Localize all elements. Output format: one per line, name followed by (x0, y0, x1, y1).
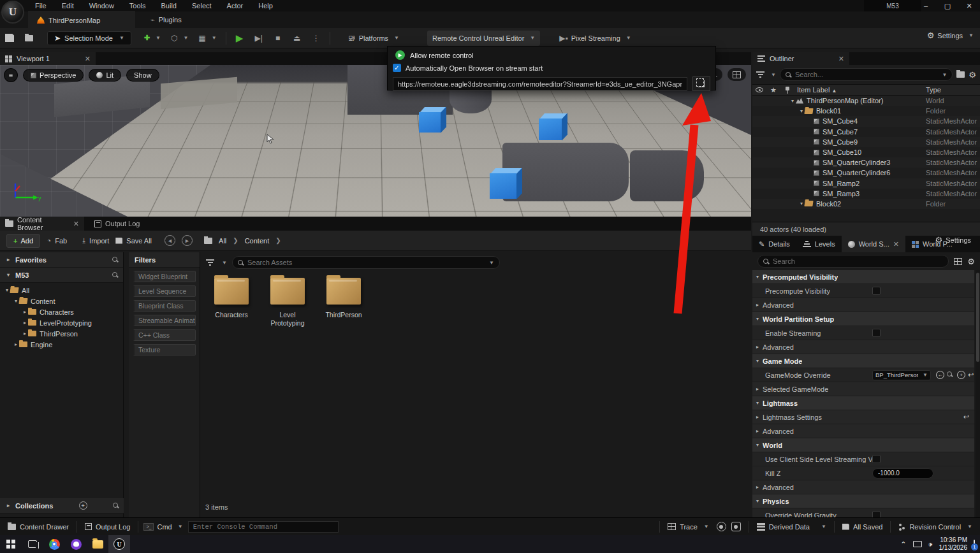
tree-item-all[interactable]: ▾All (0, 285, 123, 296)
expander-icon[interactable]: ▾ (752, 274, 763, 280)
auto-open-browser-row[interactable]: ✓ Automatically Open Browser on stream s… (388, 62, 715, 75)
property-row[interactable]: ▸Advanced (752, 424, 974, 438)
project-header[interactable]: ▾ M53 (0, 268, 123, 283)
property-row[interactable]: ▾World Partition Setup (752, 312, 974, 326)
gamemode-override-dropdown[interactable]: BP_ThirdPersonG▼ (872, 370, 931, 380)
details-settings-icon[interactable]: ⚙ (967, 257, 975, 266)
taskbar-github[interactable] (65, 535, 87, 553)
show-dropdown[interactable]: Show (126, 69, 159, 82)
menu-help[interactable]: Help (251, 1, 280, 11)
outliner-search-input[interactable] (795, 71, 936, 78)
property-row[interactable]: ▾Game Mode (752, 354, 974, 368)
taskbar-unreal[interactable]: U (108, 535, 130, 553)
network-icon[interactable] (913, 541, 922, 547)
outliner-row[interactable]: SM_Ramp3StaticMeshActor (752, 189, 980, 199)
expander-icon[interactable]: ▸ (13, 341, 19, 347)
tree-item-content[interactable]: ▾Content (0, 296, 123, 306)
outliner-row[interactable]: SM_QuarterCylinder6StaticMeshActor (752, 168, 980, 178)
remote-control-dropdown[interactable]: Remote Control Unreal Editor ▼ (427, 31, 540, 46)
asset-search-input[interactable] (247, 259, 483, 266)
outliner-row[interactable]: SM_Ramp2StaticMeshActor (752, 178, 980, 189)
blue-cube-2[interactable] (539, 118, 562, 140)
expander-icon[interactable]: ▸ (5, 503, 11, 508)
copy-url-button[interactable] (692, 76, 710, 91)
outliner-row[interactable]: SM_Cube4StaticMeshActor (752, 116, 980, 126)
selection-mode-dropdown[interactable]: ➤ Selection Mode ▼ (47, 31, 131, 45)
tree-item-characters[interactable]: ▸Characters (0, 306, 123, 317)
type-column[interactable]: Type (926, 86, 941, 94)
tree-item-engine[interactable]: ▸Engine (0, 339, 123, 350)
taskbar-clock[interactable]: 10:36 PM 1/13/2026 (939, 536, 968, 552)
outliner-settings-icon[interactable]: ⚙ (969, 70, 976, 80)
revision-control-dropdown[interactable]: Revision Control ▼ (891, 518, 980, 535)
search-icon[interactable] (113, 503, 119, 508)
breadcrumb-all[interactable]: All (219, 237, 226, 245)
scrollbar-thumb[interactable] (976, 273, 979, 362)
import-button[interactable]: ⤓ Import (82, 236, 109, 245)
tray-expand-icon[interactable]: ⌃ (900, 540, 906, 549)
property-checkbox[interactable] (872, 511, 881, 517)
outliner-row[interactable]: ▾ThirdPersonMap (Editor)World (752, 96, 980, 106)
minimize-button[interactable]: – (915, 0, 937, 11)
expander-icon[interactable]: ▾ (752, 498, 763, 504)
chevron-down-icon[interactable]: ▼ (222, 260, 227, 266)
expander-icon[interactable]: ▸ (22, 320, 28, 326)
favorites-header[interactable]: ▸ Favorites (0, 252, 123, 268)
notification-center-button[interactable]: 1 (974, 540, 975, 548)
filter-texture[interactable]: Texture (133, 344, 196, 356)
filter-icon[interactable] (756, 71, 764, 78)
filter-icon[interactable] (206, 259, 214, 266)
expander-icon[interactable]: ▸ (752, 344, 763, 350)
reset-icon[interactable]: ↩ (968, 371, 974, 379)
filter-blueprint-class[interactable]: Blueprint Class (133, 300, 196, 312)
asset-folder-characters[interactable]: Characters (208, 278, 254, 327)
property-row[interactable]: ▾Lightmass (752, 396, 974, 410)
chevron-down-icon[interactable]: ▼ (771, 72, 776, 78)
tab-thirdpersonmap[interactable]: ThirdPersonMap (28, 11, 135, 28)
close-icon[interactable]: ✕ (893, 240, 899, 248)
filter-streamable-animatic[interactable]: Streamable Animatic (133, 315, 196, 326)
chevron-down-icon[interactable]: ▼ (942, 72, 947, 78)
pixel-streaming-dropdown[interactable]: ▶▪ Pixel Streaming ▼ (554, 31, 636, 46)
tab-details[interactable]: ✎Details (752, 236, 796, 252)
asset-folder-thirdperson[interactable]: ThirdPerson (321, 278, 367, 327)
use-selected-asset-icon[interactable]: ← (936, 371, 944, 379)
trace-record-button[interactable] (717, 522, 726, 531)
trace-dropdown[interactable]: Trace ▼ (660, 518, 717, 535)
forward-button[interactable]: ► (182, 235, 193, 246)
expander-icon[interactable]: ▾ (5, 272, 11, 278)
search-icon[interactable] (112, 272, 118, 278)
asset-search-box[interactable]: ▼ (232, 256, 500, 269)
tab-content-browser[interactable]: Content Browser ✕ (0, 217, 84, 231)
property-row[interactable]: Enable Streaming (752, 326, 974, 340)
unreal-logo-icon[interactable]: U (1, 1, 24, 24)
derived-data-dropdown[interactable]: Derived Data ▼ (749, 518, 834, 535)
outliner-row[interactable]: SM_QuarterCylinder3StaticMeshActor (752, 157, 980, 168)
expander-icon[interactable]: ▾ (752, 358, 763, 364)
reset-to-default-icon[interactable]: ↩ (963, 413, 969, 421)
property-row[interactable]: Precompute Visibility (752, 284, 974, 298)
menu-window[interactable]: Window (82, 1, 121, 11)
perspective-dropdown[interactable]: Perspective (23, 69, 84, 82)
output-log-button[interactable]: Output Log (77, 518, 138, 535)
expander-icon[interactable]: ▸ (752, 414, 763, 420)
pick-asset-icon[interactable]: + (957, 371, 965, 379)
property-row[interactable]: ▾Precomputed Visibility (752, 270, 974, 284)
tree-item-levelprototyping[interactable]: ▸LevelPrototyping (0, 317, 123, 328)
viewport-options-button[interactable]: ≡ (4, 68, 18, 82)
tab-plugins[interactable]: ⌁ Plugins (142, 11, 191, 28)
expander-icon[interactable]: ▸ (5, 257, 11, 262)
property-row[interactable]: ▾Physics (752, 494, 974, 508)
menu-actor[interactable]: Actor (220, 1, 251, 11)
menu-file[interactable]: File (28, 1, 54, 11)
property-row[interactable]: ▸Advanced (752, 340, 974, 354)
back-button[interactable]: ◄ (165, 235, 175, 246)
lit-dropdown[interactable]: Lit (89, 69, 121, 82)
checkbox-checked-icon[interactable]: ✓ (393, 64, 401, 72)
search-icon[interactable] (112, 257, 118, 262)
outliner-search-box[interactable]: ▼ (780, 68, 953, 81)
trace-snapshot-button[interactable] (731, 522, 741, 531)
expander-icon[interactable]: ▸ (752, 428, 763, 434)
save-all-button[interactable]: Save All (115, 237, 152, 245)
property-checkbox[interactable] (872, 455, 881, 463)
